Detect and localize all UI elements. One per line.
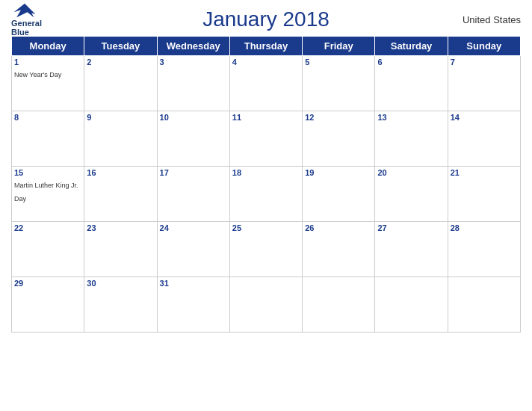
logo-icon bbox=[11, 2, 38, 19]
table-row: 23 bbox=[84, 222, 157, 277]
table-row: 7 bbox=[448, 56, 520, 111]
day-number: 14 bbox=[451, 113, 518, 122]
day-number: 6 bbox=[377, 58, 445, 67]
table-row bbox=[375, 277, 448, 333]
table-row: 5 bbox=[303, 56, 375, 111]
logo-text-line1: General bbox=[11, 19, 42, 28]
table-row: 21 bbox=[448, 167, 520, 222]
weekday-sunday: Sunday bbox=[448, 37, 520, 56]
table-row: 13 bbox=[375, 111, 448, 167]
day-number: 20 bbox=[377, 168, 445, 177]
day-number: 12 bbox=[305, 113, 372, 122]
day-number: 19 bbox=[305, 168, 372, 177]
table-row: 28 bbox=[448, 222, 520, 277]
day-number: 3 bbox=[160, 58, 227, 67]
table-row: 25 bbox=[229, 222, 302, 277]
table-row: 4 bbox=[229, 56, 302, 111]
table-row: 19 bbox=[303, 167, 375, 222]
day-number: 30 bbox=[87, 279, 154, 288]
day-number: 28 bbox=[451, 223, 518, 232]
holiday-name: New Year's Day bbox=[14, 71, 61, 78]
country-label: United States bbox=[463, 14, 521, 25]
table-row: 29 bbox=[12, 277, 84, 333]
calendar-week-row: 22232425262728 bbox=[12, 222, 521, 277]
weekday-thursday: Thursday bbox=[229, 37, 302, 56]
table-row: 2 bbox=[84, 56, 157, 111]
day-number: 4 bbox=[232, 58, 300, 67]
day-number: 2 bbox=[87, 58, 154, 67]
table-row: 24 bbox=[157, 222, 229, 277]
day-number: 1 bbox=[14, 58, 81, 67]
table-row: 20 bbox=[375, 167, 448, 222]
svg-marker-0 bbox=[14, 4, 36, 18]
day-number: 10 bbox=[160, 113, 227, 122]
table-row: 15Martin Luther King Jr. Day bbox=[12, 167, 84, 222]
calendar-week-row: 891011121314 bbox=[12, 111, 521, 167]
table-row bbox=[229, 277, 302, 333]
day-number: 5 bbox=[305, 58, 372, 67]
day-number: 16 bbox=[87, 168, 154, 177]
day-number: 31 bbox=[160, 279, 227, 288]
table-row: 1New Year's Day bbox=[12, 56, 84, 111]
day-number: 17 bbox=[160, 168, 227, 177]
calendar-week-row: 1New Year's Day234567 bbox=[12, 56, 521, 111]
table-row: 10 bbox=[157, 111, 229, 167]
table-row bbox=[448, 277, 520, 333]
day-number: 7 bbox=[451, 58, 518, 67]
logo-text-line2: Blue bbox=[11, 28, 29, 37]
day-number: 22 bbox=[14, 223, 81, 232]
day-number: 29 bbox=[14, 279, 81, 288]
table-row: 11 bbox=[229, 111, 302, 167]
day-number: 15 bbox=[14, 168, 81, 177]
day-number: 8 bbox=[14, 113, 81, 122]
weekday-saturday: Saturday bbox=[375, 37, 448, 56]
day-number: 27 bbox=[377, 223, 445, 232]
table-row: 14 bbox=[448, 111, 520, 167]
calendar-header: General Blue January 2018 United States bbox=[11, 7, 521, 31]
table-row: 30 bbox=[84, 277, 157, 333]
calendar-wrapper: General Blue January 2018 United States … bbox=[0, 0, 532, 411]
calendar-week-row: 293031 bbox=[12, 277, 521, 333]
table-row: 6 bbox=[375, 56, 448, 111]
table-row: 9 bbox=[84, 111, 157, 167]
day-number: 26 bbox=[305, 223, 372, 232]
day-number: 25 bbox=[232, 223, 300, 232]
weekday-friday: Friday bbox=[303, 37, 375, 56]
table-row: 22 bbox=[12, 222, 84, 277]
table-row: 31 bbox=[157, 277, 229, 333]
weekday-header-row: Monday Tuesday Wednesday Thursday Friday… bbox=[12, 37, 521, 56]
table-row: 18 bbox=[229, 167, 302, 222]
logo: General Blue bbox=[11, 2, 42, 37]
calendar-table: Monday Tuesday Wednesday Thursday Friday… bbox=[11, 36, 521, 333]
table-row: 12 bbox=[303, 111, 375, 167]
table-row: 8 bbox=[12, 111, 84, 167]
table-row: 17 bbox=[157, 167, 229, 222]
table-row: 26 bbox=[303, 222, 375, 277]
table-row: 16 bbox=[84, 167, 157, 222]
weekday-wednesday: Wednesday bbox=[157, 37, 229, 56]
day-number: 23 bbox=[87, 223, 154, 232]
day-number: 18 bbox=[232, 168, 300, 177]
calendar-week-row: 15Martin Luther King Jr. Day161718192021 bbox=[12, 167, 521, 222]
table-row: 3 bbox=[157, 56, 229, 111]
calendar-title: January 2018 bbox=[202, 7, 330, 31]
day-number: 24 bbox=[160, 223, 227, 232]
day-number: 11 bbox=[232, 113, 300, 122]
day-number: 13 bbox=[377, 113, 445, 122]
weekday-tuesday: Tuesday bbox=[84, 37, 157, 56]
day-number: 9 bbox=[87, 113, 154, 122]
day-number: 21 bbox=[451, 168, 518, 177]
table-row bbox=[303, 277, 375, 333]
holiday-name: Martin Luther King Jr. Day bbox=[14, 182, 78, 203]
weekday-monday: Monday bbox=[12, 37, 84, 56]
table-row: 27 bbox=[375, 222, 448, 277]
